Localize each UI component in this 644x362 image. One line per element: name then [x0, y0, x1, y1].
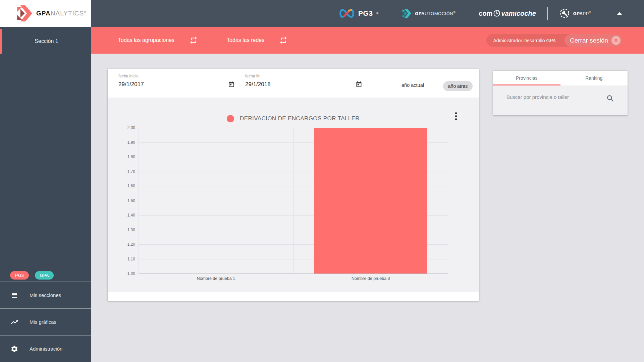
tab-ranking[interactable]: Ranking — [560, 71, 628, 85]
swap-icon[interactable] — [279, 36, 288, 45]
badges-row: PG3 GPA — [10, 271, 54, 280]
calendar-icon[interactable] — [356, 81, 362, 88]
sidebar-item-mis-secciones[interactable]: Mis secciones — [0, 282, 91, 308]
sidebar: Sección 1 PG3 GPA Mis secciones Mis gráf… — [0, 27, 91, 362]
collapse-arrow-icon[interactable] — [614, 8, 625, 18]
gpapp-wrench-icon — [559, 8, 570, 19]
date-end-label: fecha fin — [245, 74, 362, 78]
filter-label: Todas las redes — [227, 37, 264, 43]
main-content: fecha inicio 29/1/2017 fecha fin 29/1/20… — [91, 54, 644, 362]
pg3-logo: PG3® — [339, 8, 378, 18]
pg3-label: PG3 — [358, 9, 373, 17]
divider — [547, 7, 548, 20]
divider — [390, 7, 390, 20]
user-pill: Administrador Desarrollo GPA Cerrar sesi… — [486, 34, 623, 47]
chart-card: fecha inicio 29/1/2017 fecha fin 29/1/20… — [108, 69, 479, 301]
card-footer — [108, 292, 479, 301]
search-input[interactable] — [506, 94, 600, 100]
gpautomocion-logo: GPAUTOMOCIÓN® — [401, 9, 455, 18]
badge-pg3[interactable]: PG3 — [10, 271, 29, 280]
date-start-value[interactable]: 29/1/2017 — [118, 81, 144, 88]
chart-title: DERIVACION DE ENCARGOS POR TALLER — [240, 115, 360, 122]
badge-gpa[interactable]: GPA — [35, 271, 54, 280]
bar-Nombre de prueba 3[interactable] — [314, 128, 427, 274]
date-start-label: fecha inicio — [118, 74, 235, 78]
sidebar-item-administracion[interactable]: Administración — [0, 335, 91, 362]
provinces-panel: Provincias Ranking — [493, 71, 628, 115]
filter-redes[interactable]: Todas las redes — [227, 36, 288, 45]
sidebar-nav: Mis secciones Mis gráficas Administració… — [0, 282, 91, 362]
date-end-value[interactable]: 29/1/2018 — [245, 81, 271, 88]
gear-icon — [10, 345, 19, 353]
panel-tabs: Provincias Ranking — [493, 71, 628, 85]
close-icon[interactable]: ✕ — [611, 36, 621, 45]
nav-label: Mis secciones — [30, 292, 61, 298]
gpapp-label: GPAPP® — [573, 11, 591, 16]
list-icon — [10, 291, 19, 299]
plot-area: 2.001.901.801.701.601.501.401.301.201.10… — [139, 128, 448, 274]
sidebar-item-seccion-1[interactable]: Sección 1 — [0, 29, 91, 54]
gpanalytics-logo[interactable]: GPANALYTICS® — [0, 0, 91, 27]
gpapp-logo: GPAPP® — [559, 8, 591, 19]
top-header: GPANALYTICS® PG3® — [0, 0, 644, 27]
gpautomocion-label: GPAUTOMOCIÓN® — [415, 11, 455, 16]
partner-logo-strip: PG3® GPAUTOMOCIÓN® com — [91, 0, 644, 27]
chart-legend: DERIVACION DE ENCARGOS POR TALLER — [227, 115, 360, 122]
date-start-field: fecha inicio 29/1/2017 — [118, 74, 235, 90]
divider — [467, 7, 467, 20]
swap-icon[interactable] — [189, 36, 198, 45]
search-field — [506, 90, 615, 106]
user-name: Administrador Desarrollo GPA — [493, 38, 555, 43]
nav-label: Mis gráficas — [30, 319, 56, 325]
chart-section: DERIVACION DE ENCARGOS POR TALLER 2.001.… — [108, 98, 479, 292]
year-current-button[interactable]: año actual — [401, 82, 424, 88]
divider — [603, 7, 603, 20]
sidebar-item-mis-graficas[interactable]: Mis gráficas — [0, 308, 91, 335]
gpanalytics-arrow-icon — [15, 5, 33, 21]
compravamicoche-logo: com vamicoche — [479, 10, 536, 17]
x-axis-label: Nombre de prueba 3 — [293, 276, 448, 281]
panel-body — [493, 85, 628, 115]
tab-provincias[interactable]: Provincias — [493, 71, 560, 85]
x-axis-label: Nombre de prueba 1 — [139, 276, 293, 281]
gpanalytics-wordmark: GPANALYTICS® — [36, 10, 87, 17]
date-controls-row: fecha inicio 29/1/2017 fecha fin 29/1/20… — [108, 69, 479, 98]
gpautomocion-arrow-icon — [401, 9, 412, 18]
chart-icon — [10, 318, 19, 326]
logout-label: Cerrar sesión — [570, 37, 608, 44]
filter-toolbar: Todas las agrupaciones Todas las redes A… — [91, 27, 644, 54]
filter-label: Todas las agrupaciones — [118, 37, 174, 43]
filter-agrupaciones[interactable]: Todas las agrupaciones — [118, 36, 198, 45]
x-axis-labels: Nombre de prueba 1Nombre de prueba 3 — [139, 276, 448, 282]
nav-label: Administración — [30, 346, 62, 352]
screen: GPANALYTICS® PG3® — [0, 0, 644, 362]
clock-icon — [493, 10, 500, 17]
legend-dot — [227, 115, 234, 122]
search-icon[interactable] — [606, 94, 615, 104]
logout-button[interactable]: Cerrar sesión ✕ — [565, 34, 623, 47]
date-end-field: fecha fin 29/1/2018 — [245, 74, 362, 90]
calendar-icon[interactable] — [228, 81, 235, 88]
kebab-menu-icon[interactable] — [454, 111, 458, 121]
pg3-infinity-icon — [339, 8, 355, 18]
year-back-button[interactable]: año atras — [443, 81, 473, 91]
